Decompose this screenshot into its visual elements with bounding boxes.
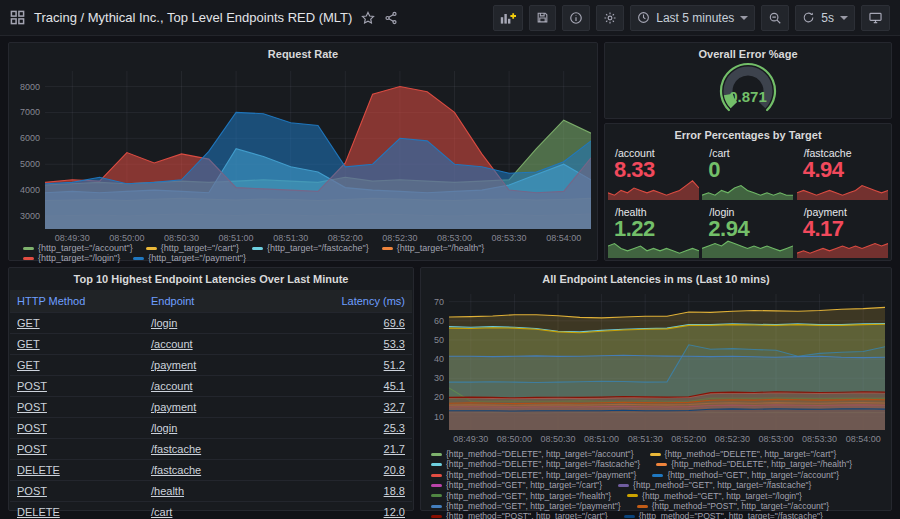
table-cell-link[interactable]: 21.7 <box>278 439 412 460</box>
table-cell-link[interactable]: 51.2 <box>278 355 412 376</box>
refresh-icon <box>802 11 815 24</box>
table-cell-link[interactable]: POST <box>10 376 144 397</box>
panel-title[interactable]: Top 10 Highest Endpoint Latencies Over L… <box>9 273 413 285</box>
panel-title[interactable]: Error Percentages by Target <box>605 129 891 141</box>
legend-item[interactable]: {http_method="GET", http_target="/fastca… <box>618 480 811 490</box>
legend-item[interactable]: {http_method="DELETE", http_target="/fas… <box>431 459 640 469</box>
table-row: POST/fastcache21.7 <box>10 439 412 460</box>
legend-item[interactable]: {http_method="GET", http_target="/health… <box>431 491 611 501</box>
table-cell-link[interactable]: /login <box>144 313 278 334</box>
table-row: POST/payment32.7 <box>10 397 412 418</box>
stat-sparkline <box>608 176 699 200</box>
table-cell-link[interactable]: 53.3 <box>278 334 412 355</box>
legend-label: {http_method="DELETE", http_target="/acc… <box>446 449 634 459</box>
table-header-row: HTTP MethodEndpointLatency (ms) <box>10 290 412 313</box>
stat-cell[interactable]: /fastcache4.94 <box>797 144 888 200</box>
column-header[interactable]: HTTP Method <box>10 290 144 313</box>
table-cell-link[interactable]: POST <box>10 481 144 502</box>
panel-title[interactable]: Request Rate <box>9 48 597 60</box>
time-range-picker[interactable]: Last 5 minutes <box>630 5 755 31</box>
stat-cell[interactable]: /login2.94 <box>702 203 793 259</box>
column-header[interactable]: Endpoint <box>144 290 278 313</box>
table-cell-link[interactable]: 32.7 <box>278 397 412 418</box>
legend-item[interactable]: {http_target="/login"} <box>23 253 120 263</box>
table-cell-link[interactable]: /health <box>144 481 278 502</box>
legend-color-dash <box>431 484 442 487</box>
panel-title[interactable]: Overall Error %age <box>605 48 891 60</box>
add-panel-button[interactable] <box>493 5 523 31</box>
stat-cell[interactable]: /health1.22 <box>608 203 699 259</box>
legend-item[interactable]: {http_method="DELETE", http_target="/car… <box>650 449 837 459</box>
legend-color-dash <box>431 515 442 518</box>
request-rate-chart[interactable]: 300040005000600070008000 <box>45 71 591 229</box>
table-cell-link[interactable]: /fastcache <box>144 460 278 481</box>
y-axis-label: 8000 <box>20 82 40 92</box>
legend-item[interactable]: {http_target="/fastcache"} <box>252 243 369 253</box>
legend-color-dash <box>23 247 34 250</box>
legend-item[interactable]: {http_method="POST", http_target="/cart"… <box>431 511 608 519</box>
legend-item[interactable]: {http_method="GET", http_target="/cart"} <box>431 480 602 490</box>
legend-item[interactable]: {http_method="POST", http_target="/fastc… <box>624 511 823 519</box>
stat-cell[interactable]: /payment4.17 <box>797 203 888 259</box>
table-cell-link[interactable]: DELETE <box>10 460 144 481</box>
legend-item[interactable]: {http_method="DELETE", http_target="/pay… <box>431 470 636 480</box>
table-cell-link[interactable]: 69.6 <box>278 313 412 334</box>
stat-grid: /account8.33/cart0/fastcache4.94/health1… <box>608 144 888 258</box>
panel-overall-error: Overall Error %age 0.871 <box>604 42 892 119</box>
dashboard-insights-button[interactable] <box>562 5 590 31</box>
table-cell-link[interactable]: GET <box>10 334 144 355</box>
table-cell-link[interactable]: GET <box>10 313 144 334</box>
stat-sparkline <box>797 176 888 200</box>
column-header[interactable]: Latency (ms) <box>278 290 412 313</box>
apps-grid-icon[interactable] <box>10 10 25 25</box>
dashboard-settings-button[interactable] <box>596 5 624 31</box>
star-icon[interactable] <box>361 11 375 25</box>
table-cell-link[interactable]: 45.1 <box>278 376 412 397</box>
legend-color-dash <box>23 257 34 260</box>
zoom-out-button[interactable] <box>761 5 789 31</box>
legend-label: {http_method="DELETE", http_target="/fas… <box>446 459 640 469</box>
table-cell-link[interactable]: GET <box>10 355 144 376</box>
table-cell-link[interactable]: POST <box>10 418 144 439</box>
table-cell-link[interactable]: /account <box>144 334 278 355</box>
legend-item[interactable]: {http_target="/cart"} <box>146 243 239 253</box>
legend-item[interactable]: {http_method="POST", http_target="/accou… <box>637 501 830 511</box>
breadcrumb[interactable]: Tracing / Mythical Inc., Top Level Endpo… <box>34 10 352 25</box>
table-row: POST/health18.8 <box>10 481 412 502</box>
stat-cell[interactable]: /account8.33 <box>608 144 699 200</box>
legend-label: {http_target="/cart"} <box>161 243 239 253</box>
legend-label: {http_target="/fastcache"} <box>267 243 369 253</box>
x-axis-label: 08:52:30 <box>715 434 750 444</box>
save-dashboard-button[interactable] <box>529 5 556 31</box>
table-cell-link[interactable]: /payment <box>144 355 278 376</box>
kiosk-mode-button[interactable] <box>861 5 890 31</box>
legend-item[interactable]: {http_method="DELETE", http_target="/hea… <box>656 459 852 469</box>
table-row: POST/account45.1 <box>10 376 412 397</box>
latency-chart[interactable]: 10203040506070 <box>449 294 885 430</box>
table-cell-link[interactable]: /cart <box>144 502 278 519</box>
top-nav: Tracing / Mythical Inc., Top Level Endpo… <box>0 0 900 36</box>
table-cell-link[interactable]: 20.8 <box>278 460 412 481</box>
table-cell-link[interactable]: /login <box>144 418 278 439</box>
legend-item[interactable]: {http_method="DELETE", http_target="/acc… <box>431 449 634 459</box>
table-cell-link[interactable]: /fastcache <box>144 439 278 460</box>
legend-item[interactable]: {http_method="GET", http_target="/accoun… <box>652 470 839 480</box>
refresh-picker[interactable]: 5s <box>795 5 855 31</box>
legend-item[interactable]: {http_method="GET", http_target="/login"… <box>627 491 802 501</box>
legend-item[interactable]: {http_method="GET", http_target="/paymen… <box>431 501 621 511</box>
table-cell-link[interactable]: 18.8 <box>278 481 412 502</box>
table-cell-link[interactable]: 25.3 <box>278 418 412 439</box>
legend-item[interactable]: {http_target="/health"} <box>382 243 485 253</box>
legend-item[interactable]: {http_target="/payment"} <box>133 253 246 263</box>
table-cell-link[interactable]: POST <box>10 439 144 460</box>
table-cell-link[interactable]: /account <box>144 376 278 397</box>
table-cell-link[interactable]: 12.0 <box>278 502 412 519</box>
table-cell-link[interactable]: POST <box>10 397 144 418</box>
legend-item[interactable]: {http_target="/account"} <box>23 243 133 253</box>
table-cell-link[interactable]: /payment <box>144 397 278 418</box>
table-cell-link[interactable]: DELETE <box>10 502 144 519</box>
stat-cell[interactable]: /cart0 <box>702 144 793 200</box>
share-icon[interactable] <box>384 11 398 25</box>
stat-sparkline <box>702 234 793 258</box>
panel-title[interactable]: All Endpoint Latencies in ms (Last 10 mi… <box>421 273 891 285</box>
